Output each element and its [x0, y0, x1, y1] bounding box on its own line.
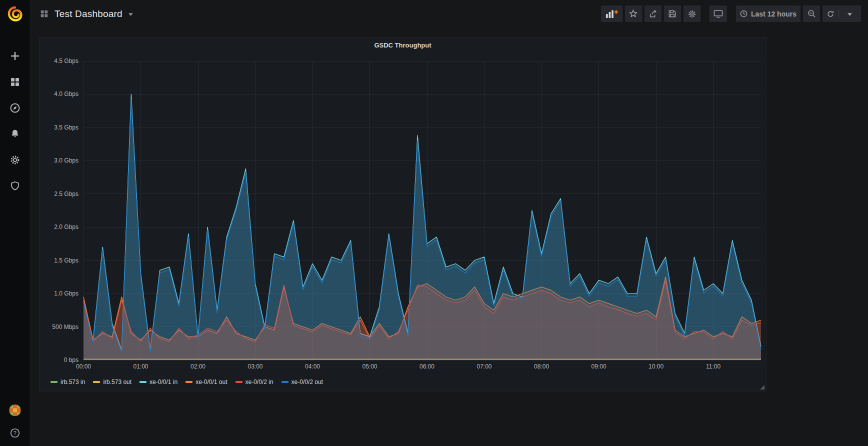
- legend-item-xe-0-0-2-in[interactable]: xe-0/0/2 in: [236, 378, 274, 386]
- legend-label: xe-0/0/1 out: [196, 378, 227, 386]
- server-admin-shield-icon[interactable]: [9, 180, 21, 192]
- legend-label: xe-0/0/2 in: [246, 378, 274, 386]
- grafana-app: ? Test Dashboard: [0, 0, 868, 446]
- x-axis-label: 11:00: [706, 363, 720, 370]
- x-axis-label: 07:00: [476, 363, 492, 370]
- caret-down-icon: [128, 13, 133, 16]
- caret-down-icon: [848, 13, 852, 16]
- x-axis-label: 08:00: [534, 363, 549, 370]
- cycle-view-monitor-icon: [714, 10, 723, 18]
- x-axis-label: 02:00: [190, 363, 206, 370]
- x-axis-label: 05:00: [362, 363, 377, 370]
- legend-item-irb-573-out[interactable]: irb.573 out: [93, 378, 132, 386]
- y-axis-label: 1.5 Gbps: [54, 257, 78, 264]
- legend-swatch-icon: [236, 381, 242, 383]
- y-axis-label: 4.0 Gbps: [54, 90, 78, 98]
- refresh-button[interactable]: [822, 6, 861, 22]
- share-button[interactable]: [644, 6, 662, 22]
- legend-item-xe-0-0-1-out[interactable]: xe-0/0/1 out: [186, 378, 227, 386]
- legend-swatch-icon: [186, 381, 192, 383]
- star-button[interactable]: [625, 6, 642, 22]
- dashboard-grid-icon: [40, 10, 48, 18]
- main-area: Test Dashboard: [30, 0, 868, 446]
- legend-item-xe-0-0-1-in[interactable]: xe-0/0/1 in: [140, 378, 178, 386]
- configuration-gear-icon[interactable]: [9, 154, 21, 166]
- legend-swatch-icon: [140, 381, 146, 383]
- chart-legend: irb.573 inirb.573 outxe-0/0/1 inxe-0/0/1…: [40, 377, 766, 386]
- dashboard-title-button[interactable]: Test Dashboard: [40, 8, 133, 20]
- x-axis-label: 01:00: [133, 363, 148, 370]
- panel-title[interactable]: GSDC Throughput: [40, 38, 766, 52]
- plus-icon[interactable]: [9, 50, 21, 62]
- y-axis-label: 2.0 Gbps: [54, 224, 78, 230]
- navbar-actions: Last 12 hours: [601, 6, 861, 22]
- user-avatar[interactable]: [9, 404, 21, 416]
- dashboard-settings-button[interactable]: [684, 6, 700, 22]
- alerting-bell-icon[interactable]: [9, 128, 21, 140]
- sidebar-bottom: ?: [9, 404, 21, 439]
- clock-icon: [740, 10, 748, 18]
- cycle-view-button[interactable]: [710, 6, 727, 22]
- sidebar: ?: [0, 0, 30, 446]
- y-axis-label: 4.5 Gbps: [54, 58, 78, 64]
- share-icon: [648, 10, 657, 18]
- x-axis-label: 03:00: [248, 363, 262, 370]
- dashboard-canvas: GSDC Throughput 0 bps500 Mbps1.0 Gbps1.5…: [30, 28, 868, 446]
- x-axis-label: 10:00: [648, 363, 664, 370]
- throughput-chart[interactable]: 0 bps500 Mbps1.0 Gbps1.5 Gbps2.0 Gbps2.5…: [40, 52, 765, 377]
- add-panel-icon: [605, 9, 618, 19]
- save-button[interactable]: [664, 6, 681, 22]
- navbar: Test Dashboard: [30, 0, 868, 28]
- refresh-icon: [826, 10, 834, 18]
- grafana-logo[interactable]: [7, 6, 23, 22]
- save-icon: [668, 10, 676, 18]
- throughput-panel: GSDC Throughput 0 bps500 Mbps1.0 Gbps1.5…: [39, 38, 766, 392]
- page-title: Test Dashboard: [54, 8, 122, 20]
- legend-label: xe-0/0/1 in: [150, 378, 178, 386]
- legend-label: xe-0/0/2 out: [292, 378, 323, 386]
- x-axis-label: 09:00: [592, 363, 606, 370]
- x-axis-label: 00:00: [76, 363, 91, 370]
- help-icon[interactable]: ?: [9, 427, 21, 439]
- x-axis-label: 04:00: [305, 363, 320, 370]
- add-panel-button[interactable]: [601, 6, 622, 22]
- legend-swatch-icon: [93, 381, 100, 383]
- legend-label: irb.573 in: [60, 378, 85, 386]
- y-axis-label: 1.0 Gbps: [54, 290, 78, 297]
- time-range-label: Last 12 hours: [751, 10, 796, 18]
- y-axis-label: 0 bps: [64, 356, 78, 364]
- legend-label: irb.573 out: [103, 378, 132, 386]
- star-icon: [629, 10, 638, 18]
- explore-compass-icon[interactable]: [9, 102, 21, 114]
- y-axis-label: 3.5 Gbps: [54, 124, 78, 131]
- legend-item-irb-573-in[interactable]: irb.573 in: [50, 378, 85, 386]
- zoom-out-icon: [808, 10, 816, 18]
- y-axis-label: 2.5 Gbps: [54, 190, 78, 198]
- y-axis-label: 500 Mbps: [52, 324, 78, 330]
- dashboards-icon[interactable]: [9, 76, 21, 88]
- x-axis-label: 06:00: [420, 363, 434, 370]
- settings-gear-icon: [688, 10, 696, 18]
- zoom-out-button[interactable]: [803, 6, 820, 22]
- refresh-interval-caret[interactable]: [842, 10, 857, 18]
- series-area-xe-0-0-2-out: [84, 100, 761, 360]
- legend-swatch-icon: [50, 381, 58, 383]
- time-range-picker[interactable]: Last 12 hours: [736, 6, 800, 22]
- legend-item-xe-0-0-2-out[interactable]: xe-0/0/2 out: [282, 378, 323, 386]
- sidebar-menu: [9, 50, 21, 192]
- panel-resize-handle[interactable]: [760, 385, 764, 390]
- legend-swatch-icon: [282, 381, 288, 383]
- help-glyph: ?: [14, 430, 16, 436]
- y-axis-label: 3.0 Gbps: [54, 157, 78, 164]
